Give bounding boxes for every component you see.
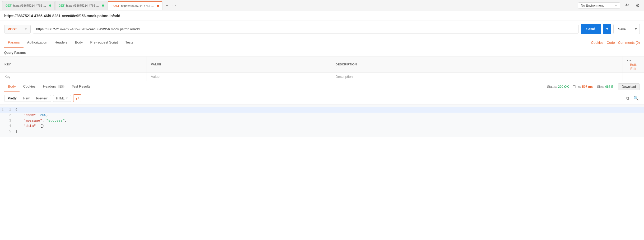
- size-item: Size: 468 B: [597, 85, 614, 89]
- tab-url-3: https://38675214-4765-46f9-82...: [121, 4, 155, 7]
- bulk-edit-button[interactable]: Bulk Edit: [627, 63, 640, 71]
- download-button[interactable]: Download: [618, 83, 640, 90]
- new-tab-button[interactable]: +: [164, 2, 170, 9]
- format-select[interactable]: HTML ▼: [53, 95, 71, 102]
- key-cell[interactable]: Key: [0, 73, 147, 81]
- status-label: Status:: [547, 85, 557, 89]
- col-description-header: DESCRIPTION: [331, 56, 623, 73]
- format-label: HTML: [56, 97, 65, 100]
- env-label: No Environment: [581, 4, 604, 7]
- response-status-bar: Status: 200 OK Time: 597 ms Size: 468 B …: [547, 83, 640, 90]
- view-raw-button[interactable]: Raw: [20, 95, 33, 102]
- view-pretty-button[interactable]: Pretty: [4, 95, 20, 102]
- response-tab-headers[interactable]: Headers 13: [39, 81, 68, 92]
- response-tab-body[interactable]: Body: [4, 81, 20, 92]
- value-cell[interactable]: Value: [147, 73, 331, 81]
- method-select[interactable]: POST ▼: [4, 25, 31, 33]
- tab-get-1[interactable]: GET https://38675214-4765-46f9-828: [2, 1, 55, 10]
- format-dropdown-arrow: ▼: [66, 97, 68, 100]
- table-row: Key Value Description: [0, 73, 644, 81]
- tab-headers[interactable]: Headers: [51, 37, 71, 48]
- line-content-4: "data": {}: [13, 123, 46, 129]
- tab-nav-right: Cookies Code Comments (0): [591, 41, 640, 45]
- time-label: Time:: [573, 85, 581, 89]
- method-dropdown-arrow: ▼: [25, 28, 27, 31]
- query-params-title: Query Params: [0, 48, 644, 56]
- gear-icon[interactable]: ⚙: [633, 2, 642, 9]
- line-content-5: }: [13, 129, 20, 135]
- line-content-1: {: [13, 107, 20, 113]
- tab-url-1: https://38675214-4765-46f9-828: [13, 4, 48, 7]
- url-input[interactable]: [33, 25, 579, 33]
- tab-dot-1: [49, 4, 51, 7]
- code-line-5: 5 }: [0, 129, 644, 135]
- line-num-3: 3: [5, 118, 13, 123]
- line-num-4: 4: [5, 124, 13, 129]
- method-label: POST: [8, 27, 17, 31]
- more-tabs-button[interactable]: ···: [171, 2, 178, 9]
- response-section: Body Cookies Headers 13 Test Results Sta…: [0, 81, 644, 137]
- request-tabs-nav: Params Authorization Headers Body Pre-re…: [0, 37, 644, 48]
- tab-body[interactable]: Body: [71, 37, 87, 48]
- params-table: KEY VALUE DESCRIPTION ··· Bulk Edit Key …: [0, 56, 644, 81]
- tab-dot-2: [102, 4, 104, 7]
- env-selector: No Environment ▼ 👁 ⚙: [578, 2, 642, 9]
- tab-method-get-1: GET: [6, 4, 12, 7]
- tab-prerequest[interactable]: Pre-request Script: [86, 37, 122, 48]
- headers-badge: 13: [58, 85, 64, 88]
- tab-method-post-3: POST: [111, 4, 119, 7]
- col-actions-header: ··· Bulk Edit: [623, 56, 644, 73]
- row-actions-cell: [623, 73, 644, 81]
- tab-method-get-2: GET: [59, 4, 65, 7]
- view-toggle: Pretty Raw Preview: [4, 95, 51, 102]
- tab-params[interactable]: Params: [4, 37, 24, 48]
- tab-actions: + ···: [164, 2, 178, 9]
- response-toolbar-right: ⧉ 🔍: [625, 95, 640, 102]
- tab-post-3[interactable]: POST https://38675214-4765-46f9-82...: [108, 1, 162, 10]
- tab-authorization[interactable]: Authorization: [24, 37, 51, 48]
- view-preview-button[interactable]: Preview: [33, 95, 51, 102]
- line-num-5: 5: [5, 129, 13, 134]
- col-key-header: KEY: [0, 56, 147, 73]
- env-dropdown[interactable]: No Environment ▼: [578, 2, 620, 9]
- search-icon[interactable]: 🔍: [632, 95, 640, 102]
- copy-icon[interactable]: ⧉: [625, 95, 630, 102]
- cookies-link[interactable]: Cookies: [591, 41, 604, 45]
- response-tab-test-results[interactable]: Test Results: [68, 81, 94, 92]
- description-cell[interactable]: Description: [331, 73, 623, 81]
- tab-tests[interactable]: Tests: [122, 37, 137, 48]
- tab-get-2[interactable]: GET https://38675214-4765-46f9-828: [55, 1, 108, 10]
- chevron-down-icon: ▼: [615, 4, 617, 7]
- code-link[interactable]: Code: [607, 41, 615, 45]
- more-options-icon[interactable]: ···: [627, 58, 631, 63]
- tab-dot-3: [157, 5, 159, 7]
- code-line-4: 4 "data": {}: [0, 123, 644, 129]
- response-tab-cookies[interactable]: Cookies: [20, 81, 39, 92]
- status-value: 200 OK: [558, 85, 569, 89]
- size-value: 468 B: [605, 85, 614, 89]
- line-num-2: 2: [5, 113, 13, 118]
- code-area: i 1 { 2 "code": 200, 3 "message": "succe…: [0, 104, 644, 137]
- col-value-header: VALUE: [147, 56, 331, 73]
- send-dropdown-button[interactable]: ▼: [603, 24, 612, 34]
- response-header: Body Cookies Headers 13 Test Results Sta…: [0, 81, 644, 92]
- size-label: Size:: [597, 85, 604, 89]
- status-item: Status: 200 OK: [547, 85, 569, 89]
- code-line-1: i 1 {: [0, 107, 644, 113]
- save-button[interactable]: Save: [613, 24, 630, 34]
- line-num-1: 1: [5, 107, 13, 112]
- wrap-lines-button[interactable]: ⇄: [73, 94, 81, 102]
- code-line-2: 2 "code": 200,: [0, 113, 644, 118]
- eye-icon[interactable]: 👁: [622, 2, 631, 9]
- request-row: POST ▼ Send ▼ Save ▼: [0, 21, 644, 37]
- code-line-3: 3 "message": "success",: [0, 118, 644, 124]
- line-content-2: "code": 200,: [13, 113, 50, 118]
- time-value: 597 ms: [582, 85, 593, 89]
- time-item: Time: 597 ms: [573, 85, 593, 89]
- response-toolbar: Pretty Raw Preview HTML ▼ ⇄ ⧉ 🔍: [0, 92, 644, 104]
- line-info-1: i: [0, 108, 5, 112]
- comments-link[interactable]: Comments (0): [618, 41, 640, 45]
- request-title: https://38675214-4765-46f9-8281-ceec08e9…: [4, 14, 120, 18]
- send-button[interactable]: Send: [581, 24, 600, 34]
- save-dropdown-button[interactable]: ▼: [632, 24, 640, 34]
